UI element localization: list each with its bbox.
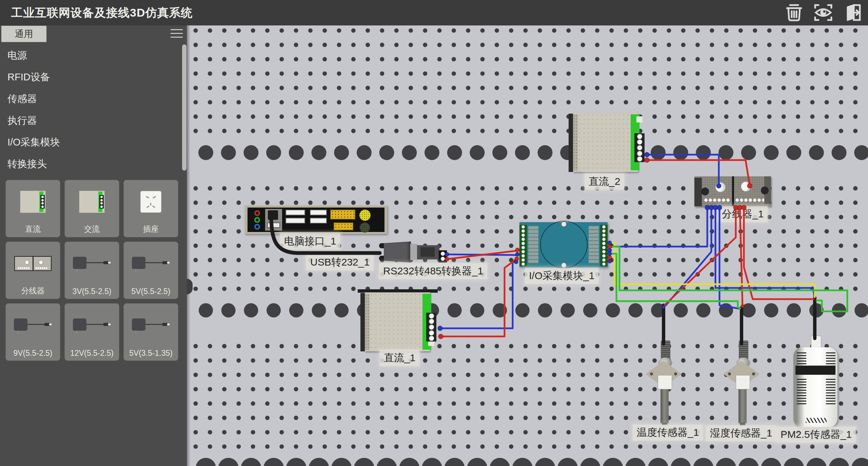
card-dc-power[interactable]: 直流 — [5, 180, 60, 237]
label-io-module: I/O采集模块_1 — [525, 268, 598, 284]
label-computer-port: 电脑接口_1 — [280, 233, 340, 249]
canvas-edge-shadow — [187, 25, 190, 466]
adapter-thumb — [65, 247, 119, 280]
adapter-thumb — [124, 308, 178, 342]
card-ac-power[interactable]: 交流 — [64, 180, 119, 237]
sidebar: 通用 电源 RFID设备 传感器 执行器 I/O采集模块 转换接头 直流 交流 … — [0, 25, 187, 466]
device-temp-sensor[interactable] — [646, 340, 682, 425]
sidebar-scrollbar[interactable] — [182, 44, 186, 171]
device-rs232-485-converter[interactable] — [379, 241, 447, 263]
label-humidity-sensor: 湿度传感器_1 — [706, 425, 776, 441]
device-dc-power-1[interactable] — [360, 292, 435, 352]
exit-icon — [842, 3, 863, 22]
adapter-thumb — [6, 308, 60, 342]
app-title: 工业互联网设备及接线3D仿真系统 — [11, 0, 193, 25]
eye-icon — [813, 3, 833, 22]
sidebar-item-power[interactable]: 电源 — [0, 44, 182, 66]
label-temp-sensor: 温度传感器_1 — [633, 425, 703, 441]
card-adapter-12v[interactable]: 12V(5.5-2.5) — [64, 303, 119, 361]
splitter-thumb — [6, 247, 60, 280]
ps2-block — [265, 209, 282, 231]
card-adapter-3v[interactable]: 3V(5.5-2.5) — [64, 241, 119, 299]
delete-button[interactable] — [783, 2, 805, 23]
card-outlet[interactable]: 插座 — [123, 180, 178, 237]
label-dc-power-1: 直流_1 — [380, 350, 419, 366]
card-splitter[interactable]: 分线器 — [5, 241, 60, 299]
device-io-module[interactable] — [519, 222, 608, 267]
sidebar-item-adapter[interactable]: 转换接头 — [0, 153, 182, 175]
ac-power-thumb — [65, 185, 119, 219]
device-dc-power-2[interactable] — [569, 113, 643, 173]
tab-general[interactable]: 通用 — [1, 26, 46, 42]
sidebar-item-actuator[interactable]: 执行器 — [0, 110, 182, 131]
menu-icon[interactable] — [171, 29, 183, 39]
dc-power-thumb — [6, 185, 60, 219]
label-pm25-sensor: PM2.5传感器_1 — [776, 427, 856, 443]
trash-icon — [784, 3, 804, 22]
adapter-thumb — [124, 247, 178, 280]
exit-button[interactable] — [842, 2, 863, 23]
sidebar-item-sensor[interactable]: 传感器 — [0, 88, 182, 110]
card-adapter-5v[interactable]: 5V(5.5-2.5) — [123, 241, 178, 299]
adapter-thumb — [65, 308, 119, 342]
label-dc-power-2: 直流_2 — [585, 174, 624, 190]
toolbar — [783, 2, 863, 23]
label-splitter: 分线器_1 — [718, 206, 768, 222]
device-pm25-sensor[interactable] — [793, 336, 839, 429]
sidebar-collapse-handle[interactable] — [187, 279, 193, 294]
category-menu: 电源 RFID设备 传感器 执行器 I/O采集模块 转换接头 — [0, 44, 182, 175]
device-computer-port[interactable] — [245, 206, 387, 234]
device-card-grid: 直流 交流 插座 分线器 3V(5.5-2.5) 5V(5.5-2.5) 9V(… — [3, 178, 183, 363]
outlet-thumb — [124, 185, 178, 219]
sidebar-item-io-module[interactable]: I/O采集模块 — [0, 131, 182, 153]
top-bar: 工业互联网设备及接线3D仿真系统 — [0, 0, 868, 25]
label-rs232-485: RS232转485转换器_1 — [379, 263, 487, 279]
card-adapter-5v-small[interactable]: 5V(3.5-1.35) — [123, 303, 178, 361]
device-splitter[interactable] — [694, 176, 771, 206]
device-humidity-sensor[interactable] — [724, 340, 760, 425]
card-adapter-9v[interactable]: 9V(5.5-2.5) — [5, 303, 60, 361]
label-usb232: USB转232_1 — [306, 254, 374, 270]
sidebar-item-rfid[interactable]: RFID设备 — [0, 66, 182, 88]
preview-button[interactable] — [812, 2, 834, 23]
